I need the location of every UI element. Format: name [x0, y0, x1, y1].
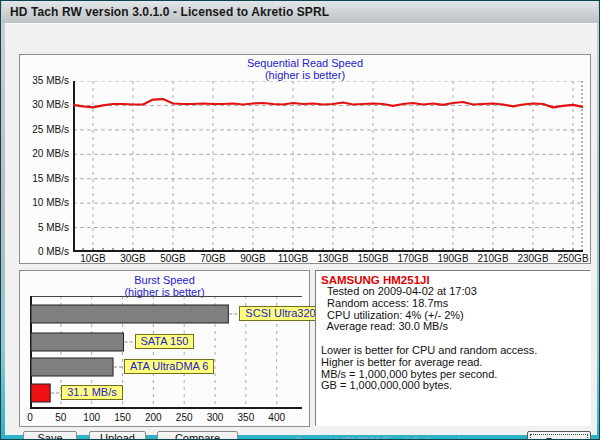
info-line: GB = 1,000,000,000 bytes.: [321, 380, 586, 392]
sequential-x-tick-label: 90GB: [233, 253, 273, 264]
upload-results-button[interactable]: Upload Results: [89, 431, 146, 440]
done-button[interactable]: Done: [527, 431, 591, 440]
sequential-chart-title-line2: (higher is better): [19, 69, 591, 81]
done-label: Done: [528, 436, 590, 440]
burst-bar-label: 31.1 MB/s: [61, 385, 123, 400]
sequential-y-tick-label: 5 MB/s: [21, 222, 69, 234]
upload-results-label: Upload Results: [90, 432, 145, 440]
sequential-y-tick-label: 15 MB/s: [21, 173, 69, 185]
sequential-y-tick-label: 35 MB/s: [21, 75, 69, 87]
sequential-x-tick-label: 130GB: [313, 253, 353, 264]
burst-x-tick-label: 300: [201, 412, 229, 423]
sequential-x-tick-label: 230GB: [513, 253, 553, 264]
info-line: Higher is better for average read.: [321, 357, 586, 369]
compare-another-drive-label: Compare Another Drive: [158, 432, 237, 440]
sequential-y-tick-label: 30 MB/s: [21, 99, 69, 111]
sequential-chart-title-line1: Sequential Read Speed: [19, 57, 591, 69]
burst-x-tick-label: 250: [170, 412, 198, 423]
sequential-y-tick-label: 10 MB/s: [21, 197, 69, 209]
sequential-y-tick-label: 25 MB/s: [21, 124, 69, 136]
burst-x-tick-label: 0: [16, 412, 44, 423]
burst-chart-title-line1: Burst Speed: [19, 274, 310, 286]
sequential-x-tick-label: 250GB: [553, 253, 593, 264]
copyright-text: Copyright (C) 2004 Simpli Software, Inc.…: [243, 436, 525, 440]
sequential-x-tick-label: 190GB: [433, 253, 473, 264]
sequential-x-tick-label: 170GB: [393, 253, 433, 264]
burst-bar-label: SATA 150: [135, 334, 195, 349]
sequential-y-tick-label: 20 MB/s: [21, 148, 69, 160]
sequential-x-tick-label: 30GB: [113, 253, 153, 264]
info-line: Average read: 30.0 MB/s: [321, 321, 586, 333]
burst-x-tick-label: 200: [139, 412, 167, 423]
burst-chart-title: Burst Speed (higher is better): [19, 274, 310, 298]
sequential-x-tick-label: 210GB: [473, 253, 513, 264]
sequential-x-tick-label: 150GB: [353, 253, 393, 264]
info-line: Random access: 18.7ms: [321, 298, 586, 310]
burst-x-tick-label: 150: [109, 412, 137, 423]
burst-x-tick-label: 350: [232, 412, 260, 423]
client-area: Sequential Read Speed (higher is better)…: [5, 23, 597, 435]
burst-x-tick-label: 400: [263, 412, 291, 423]
burst-x-tick-label: 100: [78, 412, 106, 423]
sequential-x-tick-label: 50GB: [153, 253, 193, 264]
sequential-x-tick-label: 110GB: [273, 253, 313, 264]
sequential-read-chart: [73, 81, 583, 252]
info-line: Lower is better for CPU and random acces…: [321, 345, 586, 357]
sequential-x-tick-label: 10GB: [73, 253, 113, 264]
save-results-button[interactable]: Save Results: [23, 431, 77, 440]
save-results-label: Save Results: [24, 432, 76, 440]
compare-another-drive-button[interactable]: Compare Another Drive: [157, 431, 238, 440]
burst-bar-label: ATA UltraDMA 6: [124, 359, 214, 374]
sequential-y-tick-label: 0 MB/s: [21, 246, 69, 258]
window-title: HD Tach RW version 3.0.1.0 - Licensed to…: [10, 5, 329, 19]
title-bar[interactable]: HD Tach RW version 3.0.1.0 - Licensed to…: [2, 1, 598, 23]
burst-x-tick-label: 50: [47, 412, 75, 423]
sequential-chart-title: Sequential Read Speed (higher is better): [19, 57, 591, 81]
sequential-x-tick-label: 70GB: [193, 253, 233, 264]
results-info-panel: SAMSUNG HM251JI Tested on 2009-04-02 at …: [315, 270, 591, 426]
info-lines: Tested on 2009-04-02 at 17:03 Random acc…: [321, 286, 586, 392]
burst-bar-label: SCSI Ultra320: [239, 306, 321, 321]
app-window: HD Tach RW version 3.0.1.0 - Licensed to…: [0, 0, 600, 440]
